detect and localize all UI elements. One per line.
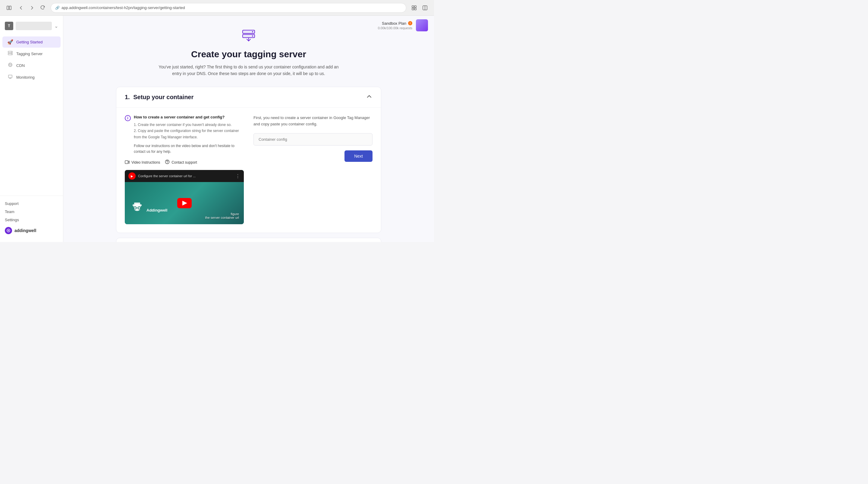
video-play-button[interactable] xyxy=(177,198,192,208)
video-body: Addingwell figure xyxy=(125,182,244,224)
youtube-logo: ▶ xyxy=(128,172,135,180)
video-overlay-text: figure the server container url xyxy=(205,212,239,219)
svg-point-19 xyxy=(252,31,253,33)
top-bar: Sandbox Plan ! 0.00k/100.00k requests xyxy=(372,16,434,35)
sidebar-bottom: Support Team Settings addingwell xyxy=(0,195,63,238)
page-subtitle: You've just started, right? The first th… xyxy=(158,64,339,77)
svg-rect-27 xyxy=(134,203,140,205)
sidebar: T ⌄ 🚀 Getting Started Tagging Server CDN xyxy=(0,16,63,242)
forward-button[interactable] xyxy=(28,4,36,12)
setup-container-section: 1. Setup your container i xyxy=(116,87,381,233)
avatar: T xyxy=(5,22,13,30)
support-link[interactable]: Support xyxy=(5,200,58,208)
main-content: Sandbox Plan ! 0.00k/100.00k requests xyxy=(63,16,434,242)
aw-brand-name: Addingwell xyxy=(147,208,167,212)
url-text: app.addingwell.com/containers/test-h2pn/… xyxy=(61,5,185,10)
svg-rect-5 xyxy=(414,8,416,10)
video-title: Configure the server container url for .… xyxy=(138,174,195,178)
svg-rect-22 xyxy=(125,161,128,164)
plan-usage: 0.00k/100.00k requests xyxy=(378,26,412,30)
globe-icon xyxy=(7,62,13,68)
page-content: Create your tagging server You've just s… xyxy=(98,16,399,242)
page-header: Create your tagging server You've just s… xyxy=(116,28,381,77)
chevron-icon: ⌄ xyxy=(54,23,58,29)
svg-rect-2 xyxy=(412,6,414,7)
svg-point-24 xyxy=(167,163,167,164)
workspace-selector[interactable] xyxy=(16,22,52,30)
collapse-icon xyxy=(366,93,373,101)
sidebar-nav: 🚀 Getting Started Tagging Server CDN M xyxy=(0,35,63,195)
video-thumbnail[interactable]: ▶ Configure the server container url for… xyxy=(125,170,244,224)
right-description: First, you need to create a server conta… xyxy=(253,115,373,127)
user-avatar[interactable] xyxy=(416,19,428,31)
video-header: ▶ Configure the server container url for… xyxy=(125,170,244,182)
team-link[interactable]: Team xyxy=(5,208,58,216)
svg-rect-0 xyxy=(7,6,9,10)
browser-chrome: 🔗 app.addingwell.com/containers/test-h2p… xyxy=(0,0,434,16)
addingwell-logo: addingwell xyxy=(5,224,58,235)
browser-actions xyxy=(410,4,429,12)
setup-grid: i How to create a server container and g… xyxy=(125,108,373,224)
app-layout: T ⌄ 🚀 Getting Started Tagging Server CDN xyxy=(0,16,434,242)
rocket-icon: 🚀 xyxy=(7,39,13,45)
svg-rect-4 xyxy=(412,8,414,10)
server-icon xyxy=(7,51,13,57)
logo-text: addingwell xyxy=(14,228,36,233)
svg-rect-3 xyxy=(414,6,416,7)
nav-label-getting-started: Getting Started xyxy=(16,40,42,44)
plan-info: Sandbox Plan ! 0.00k/100.00k requests xyxy=(378,21,412,30)
info-follow: Follow our instructions on the video bel… xyxy=(134,143,244,155)
video-more-icon[interactable]: ⋮ xyxy=(236,173,240,179)
video-instructions-link[interactable]: Video Instructions xyxy=(125,159,160,165)
contact-support-link[interactable]: Contact support xyxy=(165,159,197,165)
lock-icon: 🔗 xyxy=(55,6,60,10)
play-triangle-icon xyxy=(182,201,187,206)
sidebar-split-button[interactable] xyxy=(421,4,429,12)
setup-left: i How to create a server container and g… xyxy=(125,115,244,224)
action-links: Video Instructions Contact support xyxy=(125,159,244,165)
plan-badge-icon: ! xyxy=(408,21,412,25)
video-brand: Addingwell xyxy=(130,201,167,219)
nav-label-tagging-server: Tagging Server xyxy=(16,52,42,56)
info-box: i How to create a server container and g… xyxy=(125,115,244,155)
svg-point-10 xyxy=(11,52,12,53)
setup-container-title: 1. Setup your container xyxy=(125,94,193,101)
server-stack-icon xyxy=(116,28,381,46)
setup-container-body: i How to create a server container and g… xyxy=(116,107,381,233)
sidebar-item-monitoring[interactable]: Monitoring xyxy=(2,71,61,83)
setup-container-header[interactable]: 1. Setup your container xyxy=(116,87,381,107)
video-icon xyxy=(125,160,130,165)
plan-name: Sandbox Plan ! xyxy=(378,21,412,26)
container-config-input[interactable] xyxy=(253,133,373,146)
next-button[interactable]: Next xyxy=(344,150,373,162)
info-title: How to create a server container and get… xyxy=(134,115,244,119)
browser-controls xyxy=(17,4,47,12)
monitoring-icon xyxy=(7,74,13,80)
sidebar-item-tagging-server[interactable]: Tagging Server xyxy=(2,48,61,59)
address-bar[interactable]: 🔗 app.addingwell.com/containers/test-h2p… xyxy=(51,3,406,13)
nav-label-cdn: CDN xyxy=(16,63,25,68)
svg-point-11 xyxy=(11,54,12,55)
publish-tag-header[interactable]: 2. Publish the tag xyxy=(116,238,381,242)
settings-link[interactable]: Settings xyxy=(5,216,58,224)
info-icon: i xyxy=(125,115,131,121)
sidebar-header: T ⌄ xyxy=(0,19,63,35)
logo-circle-icon xyxy=(5,227,12,234)
info-steps: 1. Create the server container if you ha… xyxy=(134,122,244,140)
support-circle-icon xyxy=(165,159,170,165)
refresh-button[interactable] xyxy=(38,4,47,12)
svg-point-20 xyxy=(252,36,253,37)
svg-rect-1 xyxy=(9,6,11,10)
extensions-button[interactable] xyxy=(410,4,418,12)
page-title: Create your tagging server xyxy=(116,49,381,59)
sidebar-toggle-button[interactable] xyxy=(5,4,13,12)
svg-rect-15 xyxy=(8,75,12,78)
video-header-left: ▶ Configure the server container url for… xyxy=(128,172,195,180)
sidebar-item-getting-started[interactable]: 🚀 Getting Started xyxy=(2,36,61,48)
setup-right: First, you need to create a server conta… xyxy=(253,115,373,224)
back-button[interactable] xyxy=(17,4,25,12)
publish-tag-section: 2. Publish the tag xyxy=(116,238,381,242)
sidebar-item-cdn[interactable]: CDN xyxy=(2,60,61,71)
nav-label-monitoring: Monitoring xyxy=(16,75,35,80)
